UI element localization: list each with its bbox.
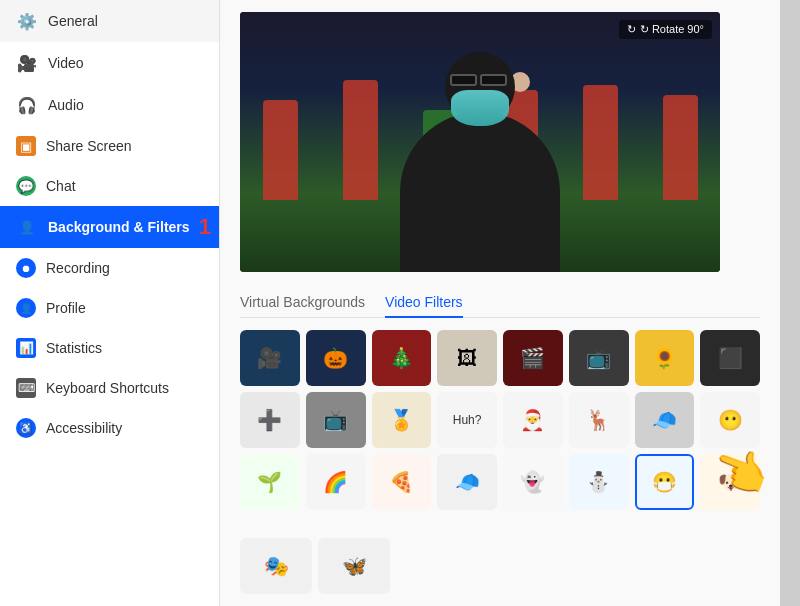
lens-right bbox=[480, 74, 507, 86]
badge-1: 1 bbox=[199, 214, 211, 240]
accessibility-icon: ♿ bbox=[16, 418, 36, 438]
filter-row-1: 🎥 🎃 🎄 🖼 🎬 📺 🌻 ⬛ bbox=[240, 330, 760, 386]
filter-item-8[interactable]: ⬛ bbox=[700, 330, 760, 386]
sidebar-label-chat: Chat bbox=[46, 178, 76, 194]
sidebar-label-profile: Profile bbox=[46, 300, 86, 316]
filter-item-26[interactable]: 🦋 bbox=[318, 538, 390, 594]
lens-left bbox=[450, 74, 477, 86]
tab-video-filters[interactable]: Video Filters bbox=[385, 288, 463, 318]
filter-item-7[interactable]: 🌻 bbox=[635, 330, 695, 386]
rotate-icon: ↻ bbox=[627, 23, 636, 36]
sidebar-item-video[interactable]: 🎥 Video bbox=[0, 42, 219, 84]
main-content: ↻ ↻ Rotate 90° Virtual Backgrounds Video… bbox=[220, 0, 780, 606]
right-edge-strip bbox=[780, 0, 800, 606]
filter-item-9[interactable]: ➕ bbox=[240, 392, 300, 448]
filter-item-25[interactable]: 🎭 bbox=[240, 538, 312, 594]
filter-item-15[interactable]: 🧢 bbox=[635, 392, 695, 448]
sidebar-item-share-screen[interactable]: ▣ Share Screen bbox=[0, 126, 219, 166]
filter-row-2: ➕ 📺 🏅 Huh? 🎅 🦌 🧢 😶 bbox=[240, 392, 760, 448]
sidebar-item-chat[interactable]: 💬 Chat bbox=[0, 166, 219, 206]
sidebar-label-share-screen: Share Screen bbox=[46, 138, 132, 154]
glasses bbox=[450, 74, 510, 86]
filter-item-14[interactable]: 🦌 bbox=[569, 392, 629, 448]
body bbox=[400, 112, 560, 272]
sidebar-label-statistics: Statistics bbox=[46, 340, 102, 356]
filter-item-5[interactable]: 🎬 bbox=[503, 330, 563, 386]
filter-item-12[interactable]: Huh? bbox=[437, 392, 497, 448]
rotate-label: ↻ Rotate 90° bbox=[640, 23, 704, 36]
player2 bbox=[343, 80, 378, 200]
sidebar-label-general: General bbox=[48, 13, 98, 29]
sidebar-label-accessibility: Accessibility bbox=[46, 420, 122, 436]
sidebar-item-statistics[interactable]: 📊 Statistics bbox=[0, 328, 219, 368]
sidebar-label-recording: Recording bbox=[46, 260, 110, 276]
video-preview: ↻ ↻ Rotate 90° bbox=[240, 12, 720, 272]
player5 bbox=[583, 85, 618, 200]
recording-icon: ⏺ bbox=[16, 258, 36, 278]
filter-item-3[interactable]: 🎄 bbox=[372, 330, 432, 386]
mask bbox=[451, 90, 509, 126]
filter-item-2[interactable]: 🎃 bbox=[306, 330, 366, 386]
general-icon: ⚙️ bbox=[16, 10, 38, 32]
share-screen-icon: ▣ bbox=[16, 136, 36, 156]
filter-row-3: 🌱 🌈 🍕 🧢 👻 ⛄ 😷 Face Mask 2 🐶 👉 bbox=[240, 454, 760, 510]
sidebar-item-accessibility[interactable]: ♿ Accessibility bbox=[0, 408, 219, 448]
filter-item-19[interactable]: 🍕 bbox=[372, 454, 432, 510]
filter-item-13[interactable]: 🎅 bbox=[503, 392, 563, 448]
statistics-icon: 📊 bbox=[16, 338, 36, 358]
filter-item-20[interactable]: 🧢 bbox=[437, 454, 497, 510]
sidebar-item-audio[interactable]: 🎧 Audio bbox=[0, 84, 219, 126]
video-icon: 🎥 bbox=[16, 52, 38, 74]
filter-item-22[interactable]: ⛄ bbox=[569, 454, 629, 510]
filter-item-11[interactable]: 🏅 bbox=[372, 392, 432, 448]
background-filters-icon: 👤 bbox=[16, 216, 38, 238]
filter-item-face-mask[interactable]: 😷 Face Mask 2 bbox=[635, 454, 695, 510]
tab-virtual-backgrounds[interactable]: Virtual Backgrounds bbox=[240, 288, 365, 318]
player6 bbox=[663, 95, 698, 200]
player1 bbox=[263, 100, 298, 200]
sidebar-label-video: Video bbox=[48, 55, 84, 71]
sidebar-item-keyboard-shortcuts[interactable]: ⌨ Keyboard Shortcuts bbox=[0, 368, 219, 408]
sidebar: ⚙️ General 🎥 Video 🎧 Audio ▣ Share Scree… bbox=[0, 0, 220, 606]
filter-row-4: 🎭 🦋 bbox=[240, 538, 760, 594]
filter-item-21[interactable]: 👻 bbox=[503, 454, 563, 510]
sidebar-label-background-filters: Background & Filters bbox=[48, 219, 190, 235]
filter-item-4[interactable]: 🖼 bbox=[437, 330, 497, 386]
sidebar-item-recording[interactable]: ⏺ Recording bbox=[0, 248, 219, 288]
video-bg bbox=[240, 12, 720, 272]
filter-item-18[interactable]: 🌈 bbox=[306, 454, 366, 510]
audio-icon: 🎧 bbox=[16, 94, 38, 116]
filter-item-1[interactable]: 🎥 bbox=[240, 330, 300, 386]
filter-item-6[interactable]: 📺 bbox=[569, 330, 629, 386]
sidebar-item-general[interactable]: ⚙️ General bbox=[0, 0, 219, 42]
rotate-button[interactable]: ↻ ↻ Rotate 90° bbox=[619, 20, 712, 39]
filter-tabs: Virtual Backgrounds Video Filters bbox=[240, 288, 760, 318]
filter-item-10[interactable]: 📺 bbox=[306, 392, 366, 448]
keyboard-shortcuts-icon: ⌨ bbox=[16, 378, 36, 398]
sidebar-item-background-filters[interactable]: 👤 Background & Filters 1 bbox=[0, 206, 219, 248]
profile-icon: 👤 bbox=[16, 298, 36, 318]
chat-icon: 💬 bbox=[16, 176, 36, 196]
filter-item-17[interactable]: 🌱 bbox=[240, 454, 300, 510]
sidebar-label-audio: Audio bbox=[48, 97, 84, 113]
main-person bbox=[390, 52, 570, 272]
sidebar-label-keyboard-shortcuts: Keyboard Shortcuts bbox=[46, 380, 169, 396]
sidebar-item-profile[interactable]: 👤 Profile bbox=[0, 288, 219, 328]
